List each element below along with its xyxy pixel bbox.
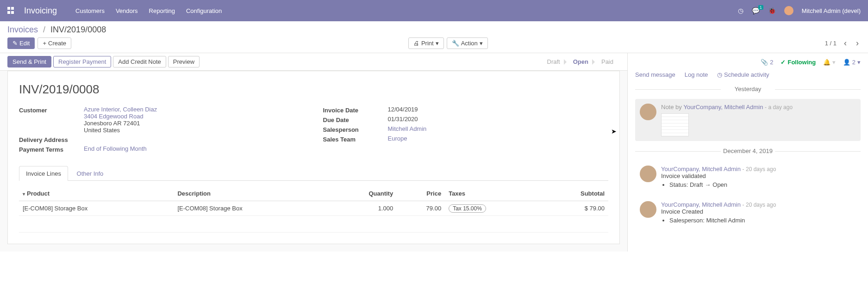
message-author[interactable]: YourCompany, Mitchell Admin (661, 201, 741, 208)
check-icon: ✓ (781, 59, 786, 66)
pencil-icon: ✎ (12, 40, 18, 47)
table-row[interactable]: [E-COM08] Storage Box [E-COM08] Storage … (19, 201, 608, 216)
user-avatar[interactable] (784, 6, 793, 15)
pager-prev[interactable]: ‹ (842, 38, 849, 48)
th-price[interactable]: Price (397, 186, 445, 201)
cell-description: [E-COM08] Storage Box (174, 201, 328, 216)
message-author[interactable]: YourCompany, Mitchell Admin (661, 166, 741, 172)
th-taxes[interactable]: Taxes (445, 186, 541, 201)
followers-count[interactable]: 👤2 ▾ (843, 59, 861, 66)
sort-caret-icon: ▾ (23, 191, 25, 197)
salesperson-label: Salesperson (323, 125, 388, 133)
tab-other-info[interactable]: Other Info (70, 166, 111, 181)
form-sheet: INV/2019/0008 Customer Azure Interior, C… (7, 71, 620, 244)
message-note: Note by YourCompany, Mitchell Admin - a … (635, 99, 861, 141)
message: YourCompany, Mitchell Admin - 20 days ag… (635, 161, 861, 193)
date-separator: Yesterday (635, 86, 861, 92)
customer-name[interactable]: Azure Interior, Colleen Diaz (84, 106, 305, 113)
app-brand[interactable]: Invoicing (24, 6, 57, 16)
register-payment-button[interactable]: Register Payment (53, 56, 111, 68)
create-button[interactable]: +Create (37, 37, 71, 49)
attachments-count[interactable]: 📎2 (761, 59, 773, 66)
message-badge: 1 (758, 5, 763, 10)
following-button[interactable]: ✓Following (781, 59, 816, 66)
avatar (640, 166, 656, 182)
note-prefix: Note by (661, 104, 683, 111)
menu-customers[interactable]: Customers (75, 7, 105, 14)
cell-price: 79.00 (397, 201, 445, 216)
invoice-date: 12/04/2019 (388, 106, 609, 114)
print-icon: 🖨 (413, 40, 419, 47)
status-draft[interactable]: Draft (541, 55, 567, 68)
menu-configuration[interactable]: Configuration (186, 7, 222, 14)
cell-quantity: 1.000 (329, 201, 397, 216)
caret-down-icon: ▾ (436, 40, 439, 47)
mouse-cursor: ➤ (611, 128, 617, 135)
plus-icon: + (43, 40, 46, 47)
date-separator: December 4, 2019 (635, 147, 861, 154)
top-navbar: Invoicing Customers Vendors Reporting Co… (0, 0, 868, 21)
control-panel: Invoices / INV/2019/0008 ✎Edit +Create 🖨… (0, 21, 868, 53)
menu-reporting[interactable]: Reporting (149, 7, 175, 14)
send-print-button[interactable]: Send & Print (7, 56, 51, 68)
th-product[interactable]: ▾Product (19, 186, 174, 201)
send-message-link[interactable]: Send message (635, 71, 675, 78)
arrow-right-icon: → (705, 181, 711, 188)
avatar (640, 201, 656, 218)
terms-value[interactable]: End of Following Month (84, 145, 147, 152)
person-icon: 👤 (843, 59, 850, 66)
message-author[interactable]: YourCompany, Mitchell Admin (683, 104, 763, 111)
preview-button[interactable]: Preview (168, 56, 200, 68)
sales-team[interactable]: Europe (388, 135, 407, 142)
th-subtotal[interactable]: Subtotal (541, 186, 608, 201)
pager-text: 1 / 1 (825, 40, 837, 47)
breadcrumb: Invoices / INV/2019/0008 (7, 25, 861, 35)
due-date: 01/31/2020 (388, 116, 609, 123)
paperclip-icon: 📎 (761, 59, 768, 66)
clock-icon[interactable]: ◷ (738, 7, 743, 14)
tab-invoice-lines[interactable]: Invoice Lines (19, 166, 68, 181)
cell-taxes: Tax 15.00% (445, 201, 541, 216)
chatter: 📎2 ✓Following 🔔 ▾ 👤2 ▾ Send message Log … (627, 53, 868, 252)
cell-product: [E-COM08] Storage Box (19, 201, 174, 216)
breadcrumb-root[interactable]: Invoices (7, 25, 38, 34)
th-quantity[interactable]: Quantity (329, 186, 397, 201)
action-button[interactable]: 🔧Action ▾ (447, 37, 488, 49)
wrench-icon: 🔧 (452, 40, 459, 47)
status-paid[interactable]: Paid (595, 55, 620, 68)
avatar (640, 104, 656, 120)
delivery-label: Delivery Address (19, 135, 84, 143)
salesperson[interactable]: Mitchell Admin (388, 125, 427, 132)
add-credit-note-button[interactable]: Add Credit Note (113, 56, 166, 68)
message-text: Invoice validated (661, 172, 856, 179)
breadcrumb-current: INV/2019/0008 (50, 25, 106, 34)
edit-button[interactable]: ✎Edit (7, 37, 35, 49)
log-note-link[interactable]: Log note (685, 71, 708, 78)
tabs: Invoice Lines Other Info (19, 166, 608, 181)
record-title: INV/2019/0008 (19, 82, 608, 97)
print-button[interactable]: 🖨Print ▾ (408, 37, 444, 49)
pager-next[interactable]: › (854, 38, 861, 48)
menu-vendors[interactable]: Vendors (116, 7, 138, 14)
message: YourCompany, Mitchell Admin - 20 days ag… (635, 197, 861, 228)
invoice-date-label: Invoice Date (323, 106, 388, 114)
customer-addr2: Jonesboro AR 72401 (84, 120, 305, 127)
caret-down-icon: ▾ (480, 40, 483, 47)
terms-label: Payment Terms (19, 145, 84, 153)
form-view: Send & Print Register Payment Add Credit… (0, 53, 627, 252)
cell-subtotal: $ 79.00 (541, 201, 608, 216)
apps-icon[interactable] (7, 7, 15, 14)
customer-label: Customer (19, 106, 84, 134)
clock-icon: ◷ (717, 71, 724, 78)
invoice-lines-table: ▾Product Description Quantity Price Taxe… (19, 186, 608, 233)
username[interactable]: Mitchell Admin (devel) (802, 7, 861, 14)
schedule-activity-link[interactable]: ◷ Schedule activity (717, 71, 769, 78)
messages-icon[interactable]: 💬1 (752, 7, 760, 14)
customer-addr1: 3404 Edgewood Road (84, 113, 305, 120)
status-open[interactable]: Open (567, 55, 595, 68)
th-description[interactable]: Description (174, 186, 328, 201)
bug-icon[interactable]: 🐞 (768, 7, 776, 14)
message-text: Invoice Created (661, 208, 856, 215)
bell-icon[interactable]: 🔔 ▾ (823, 59, 836, 66)
attachment-thumbnail[interactable] (661, 113, 689, 136)
